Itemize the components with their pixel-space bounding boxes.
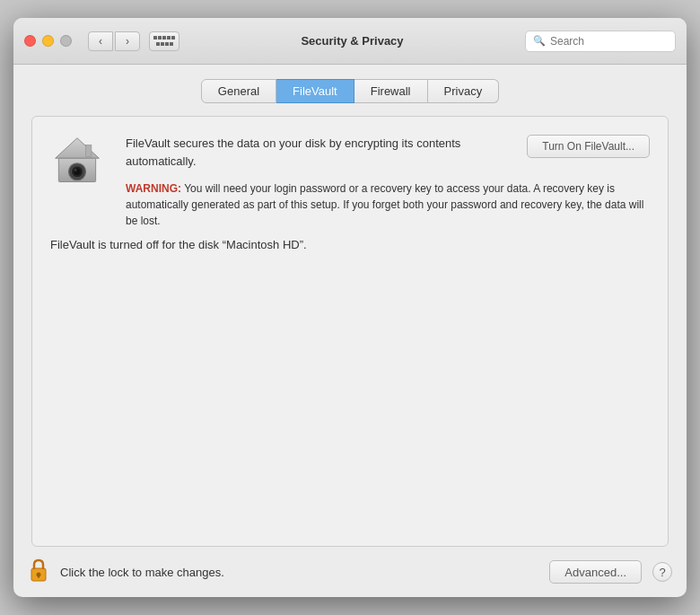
advanced-button[interactable]: Advanced... bbox=[549, 560, 642, 584]
close-button[interactable] bbox=[24, 35, 36, 47]
titlebar: ‹ › Security & Privacy 🔍 bbox=[13, 18, 687, 65]
search-bar: 🔍 bbox=[525, 31, 676, 52]
filevault-panel: FileVault secures the data on your disk … bbox=[31, 116, 669, 547]
filevault-icon bbox=[50, 135, 108, 192]
tab-bar: General FileVault Firewall Privacy bbox=[31, 79, 669, 103]
warning-label: WARNING: bbox=[126, 182, 181, 195]
nav-buttons: ‹ › bbox=[88, 31, 140, 51]
search-input[interactable] bbox=[550, 35, 668, 48]
warning-body: You will need your login password or a r… bbox=[126, 182, 643, 227]
panel-right: FileVault secures the data on your disk … bbox=[126, 135, 650, 229]
main-description: FileVault secures the data on your disk … bbox=[126, 135, 512, 170]
search-icon: 🔍 bbox=[533, 35, 546, 47]
tab-privacy[interactable]: Privacy bbox=[428, 79, 500, 103]
forward-button[interactable]: › bbox=[115, 31, 140, 51]
lock-label: Click the lock to make changes. bbox=[60, 566, 538, 579]
bottom-bar: Click the lock to make changes. Advanced… bbox=[13, 547, 687, 597]
help-button[interactable]: ? bbox=[652, 562, 672, 582]
maximize-button[interactable] bbox=[60, 35, 72, 47]
turn-on-filevault-button[interactable]: Turn On FileVault... bbox=[527, 135, 650, 158]
main-window: ‹ › Security & Privacy 🔍 General FileVau… bbox=[13, 18, 687, 597]
svg-rect-1 bbox=[85, 145, 92, 156]
svg-point-6 bbox=[74, 169, 77, 171]
grid-view-button[interactable] bbox=[149, 31, 179, 51]
tab-general[interactable]: General bbox=[201, 79, 276, 103]
back-button[interactable]: ‹ bbox=[88, 31, 113, 51]
svg-marker-0 bbox=[56, 138, 100, 159]
panel-header: FileVault secures the data on your disk … bbox=[50, 135, 650, 229]
window-title: Security & Privacy bbox=[188, 34, 516, 48]
filevault-status-text: FileVault is turned off for the disk “Ma… bbox=[50, 238, 650, 251]
tab-filevault[interactable]: FileVault bbox=[276, 79, 354, 103]
minimize-button[interactable] bbox=[42, 35, 54, 47]
svg-rect-9 bbox=[38, 575, 39, 578]
tab-firewall[interactable]: Firewall bbox=[354, 79, 428, 103]
warning-text: WARNING: You will need your login passwo… bbox=[126, 180, 650, 229]
lock-icon[interactable] bbox=[28, 558, 49, 586]
content-area: General FileVault Firewall Privacy bbox=[13, 65, 687, 547]
traffic-lights bbox=[24, 35, 72, 47]
